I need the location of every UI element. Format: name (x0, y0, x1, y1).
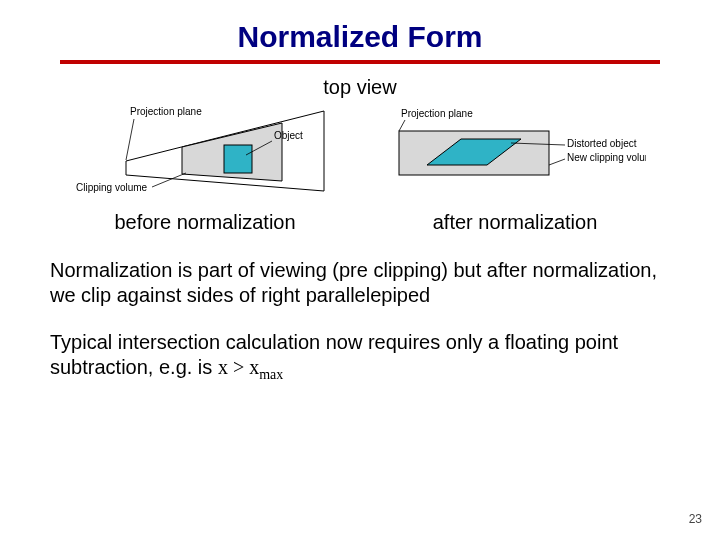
svg-rect-5 (224, 145, 252, 173)
title-rule (60, 60, 660, 64)
caption-after: after normalization (360, 211, 670, 234)
caption-before: before normalization (50, 211, 360, 234)
figure-after: Projection plane Distorted object New cl… (371, 103, 646, 203)
label-proj-plane-before: Projection plane (130, 106, 202, 117)
svg-line-11 (399, 120, 405, 131)
label-object-before: Object (274, 130, 303, 141)
label-new-clip: New clipping volume (567, 152, 646, 163)
label-proj-plane-after: Projection plane (401, 108, 473, 119)
paragraph-2: Typical intersection calculation now req… (50, 330, 670, 384)
label-distorted: Distorted object (567, 138, 637, 149)
svg-line-8 (152, 173, 186, 187)
xmax-sub: max (259, 367, 283, 382)
figure-before: Projection plane Object Clipping volume (74, 103, 349, 203)
page-number: 23 (689, 512, 702, 526)
captions-row: before normalization after normalization (50, 211, 670, 234)
para2-text: Typical intersection calculation now req… (50, 331, 618, 378)
paragraph-1: Normalization is part of viewing (pre cl… (50, 258, 670, 308)
topview-label: top view (50, 76, 670, 99)
svg-line-6 (126, 119, 134, 160)
x-var: x (218, 356, 228, 378)
xmax-x: x (249, 356, 259, 378)
slide-title: Normalized Form (50, 20, 670, 54)
svg-line-13 (549, 159, 565, 165)
figures-row: Projection plane Object Clipping volume … (50, 103, 670, 203)
gt-sym: > (228, 356, 249, 378)
label-clipping-before: Clipping volume (76, 182, 148, 193)
